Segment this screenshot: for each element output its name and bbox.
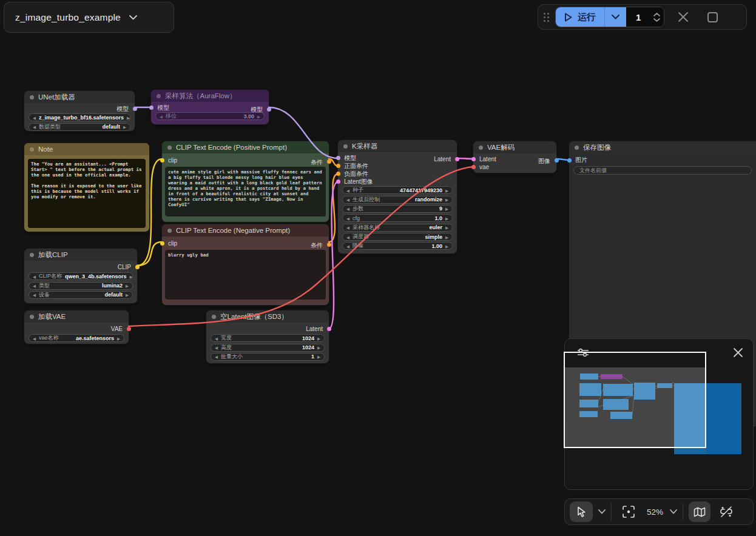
drag-handle-icon[interactable] (544, 13, 549, 22)
next-arrow-icon[interactable] (445, 243, 448, 249)
node-note[interactable]: Note The "You are an assistant... <Promp… (24, 143, 149, 232)
collapse-dot-icon[interactable] (30, 315, 34, 319)
widget-filename-prefix[interactable]: 文件名前缀 (573, 166, 752, 175)
prev-arrow-icon[interactable] (215, 344, 218, 350)
chevron-down-icon[interactable] (129, 15, 137, 20)
run-options-button[interactable] (604, 7, 626, 27)
zoom-level[interactable]: 52% (646, 508, 664, 517)
node-clip-text-encode-negative[interactable]: CLIP Text Encode (Negative Prompt) clip … (162, 224, 329, 305)
widget-clip-type[interactable]: 类型 lumina2 (29, 282, 133, 290)
conditioning-output-port[interactable] (327, 243, 331, 247)
next-arrow-icon[interactable] (126, 292, 129, 298)
comfyui-canvas[interactable]: UNet加载器 模型 z_image_turbo_bf16.safetensor… (0, 0, 756, 536)
toggle-links-button[interactable] (716, 501, 737, 522)
node-unet-loader[interactable]: UNet加载器 模型 z_image_turbo_bf16.safetensor… (24, 91, 135, 131)
node-title-bar[interactable]: CLIP Text Encode (Negative Prompt) (162, 224, 329, 236)
widget-scheduler[interactable]: 调度器 simple (342, 233, 453, 241)
latent-output-port[interactable] (455, 157, 459, 161)
node-vae-decode[interactable]: VAE解码 Latent 图像 vae (473, 141, 556, 173)
next-arrow-icon[interactable] (445, 224, 448, 230)
next-arrow-icon[interactable] (257, 113, 260, 119)
next-arrow-icon[interactable] (445, 196, 448, 203)
widget-batch-size[interactable]: 批量大小 1 (211, 353, 325, 361)
widget-steps[interactable]: 步数 9 (342, 205, 453, 213)
tool-options-chevron-icon[interactable] (598, 509, 606, 514)
widget-seed[interactable]: 种子 47447417949230 (342, 186, 453, 194)
node-title-bar[interactable]: 加载VAE (24, 310, 129, 323)
stop-button[interactable] (703, 8, 721, 26)
widget-sampler-name[interactable]: 采样器名称 euler (342, 224, 453, 232)
next-arrow-icon[interactable] (445, 215, 448, 221)
prev-arrow-icon[interactable] (33, 283, 36, 289)
collapse-dot-icon[interactable] (479, 146, 483, 150)
next-arrow-icon[interactable] (445, 206, 448, 212)
prev-arrow-icon[interactable] (346, 215, 349, 221)
next-arrow-icon[interactable] (123, 124, 126, 130)
image-output-port[interactable] (555, 158, 559, 162)
node-title-bar[interactable]: 空Latent图像（SD3） (206, 310, 329, 323)
positive-input-port[interactable] (336, 164, 340, 168)
model-output-port[interactable] (133, 107, 137, 111)
clip-output-port[interactable] (135, 265, 140, 269)
next-arrow-icon[interactable] (130, 273, 133, 280)
node-load-clip[interactable]: 加载CLIP CLIP CLIP名称 qwen_3_4b.safetensors… (24, 249, 137, 303)
workflow-tab[interactable]: z_image_turbo_example (4, 2, 174, 33)
next-arrow-icon[interactable] (445, 187, 448, 193)
collapse-dot-icon[interactable] (167, 146, 172, 150)
batch-count-input[interactable]: 1 (626, 7, 664, 27)
widget-denoise[interactable]: 降噪 1.00 (342, 242, 453, 250)
model-output-port[interactable] (267, 107, 271, 112)
prev-arrow-icon[interactable] (215, 335, 218, 341)
widget-control-after-generate[interactable]: 生成后控制 randomize (342, 196, 453, 204)
model-input-port[interactable] (336, 156, 340, 160)
node-title-bar[interactable]: K采样器 (338, 140, 457, 152)
next-arrow-icon[interactable] (445, 234, 448, 240)
node-title-bar[interactable]: 保存图像 (569, 141, 756, 153)
prev-arrow-icon[interactable] (346, 206, 349, 212)
positive-prompt-textarea[interactable]: cute anime style girl with massive fluff… (165, 167, 326, 216)
minimap-viewport-rect[interactable] (564, 352, 706, 448)
widget-device[interactable]: 设备 default (29, 291, 133, 299)
widget-cfg[interactable]: cfg 1.0 (342, 214, 453, 222)
prev-arrow-icon[interactable] (346, 196, 349, 203)
next-arrow-icon[interactable] (317, 335, 320, 341)
prev-arrow-icon[interactable] (33, 124, 36, 130)
next-arrow-icon[interactable] (317, 344, 320, 350)
negative-prompt-textarea[interactable]: blurry ugly bad (165, 250, 326, 300)
widget-width[interactable]: 宽度 1024 (211, 334, 325, 342)
latent-output-port[interactable] (327, 327, 331, 331)
minimap-panel[interactable] (564, 338, 754, 490)
next-arrow-icon[interactable] (317, 353, 320, 360)
minimap-toggle-button[interactable] (689, 501, 710, 522)
cancel-button[interactable] (674, 8, 692, 26)
collapse-dot-icon[interactable] (167, 229, 172, 233)
run-button[interactable]: 运行 (556, 7, 604, 27)
collapse-dot-icon[interactable] (157, 94, 161, 98)
collapse-dot-icon[interactable] (212, 315, 216, 319)
fit-view-button[interactable] (617, 501, 640, 522)
clip-input-port[interactable] (160, 241, 164, 246)
vae-input-port[interactable] (471, 165, 476, 169)
widget-unet-name[interactable]: z_image_turbo_bf16.safetensors (29, 113, 130, 121)
node-load-vae[interactable]: 加载VAE VAE vae名称 ae.safetensors (24, 310, 129, 344)
collapse-dot-icon[interactable] (30, 253, 34, 257)
widget-vae-name[interactable]: vae名称 ae.safetensors (29, 334, 124, 342)
stepper-down-icon[interactable] (653, 18, 660, 22)
node-empty-latent-image[interactable]: 空Latent图像（SD3） Latent 宽度 1024 高度 1024 批 (206, 310, 329, 363)
prev-arrow-icon[interactable] (215, 353, 218, 360)
latent-input-port[interactable] (336, 179, 340, 184)
latent-input-port[interactable] (471, 157, 476, 161)
prev-arrow-icon[interactable] (346, 224, 349, 230)
node-ksampler[interactable]: K采样器 模型 Latent 正面条件 负面条件 Latent图像 (338, 140, 457, 253)
vae-output-port[interactable] (127, 327, 131, 331)
prev-arrow-icon[interactable] (33, 335, 36, 341)
note-textarea[interactable]: The "You are an assistant... <Prompt Sta… (28, 159, 146, 228)
widget-shift[interactable]: 移位 3.00 (155, 112, 265, 120)
next-arrow-icon[interactable] (117, 335, 120, 341)
prev-arrow-icon[interactable] (346, 243, 349, 249)
select-tool-button[interactable] (570, 501, 593, 522)
collapse-dot-icon[interactable] (30, 95, 34, 99)
node-title-bar[interactable]: 加载CLIP (24, 249, 137, 261)
collapse-dot-icon[interactable] (30, 147, 34, 152)
prev-arrow-icon[interactable] (33, 115, 36, 121)
